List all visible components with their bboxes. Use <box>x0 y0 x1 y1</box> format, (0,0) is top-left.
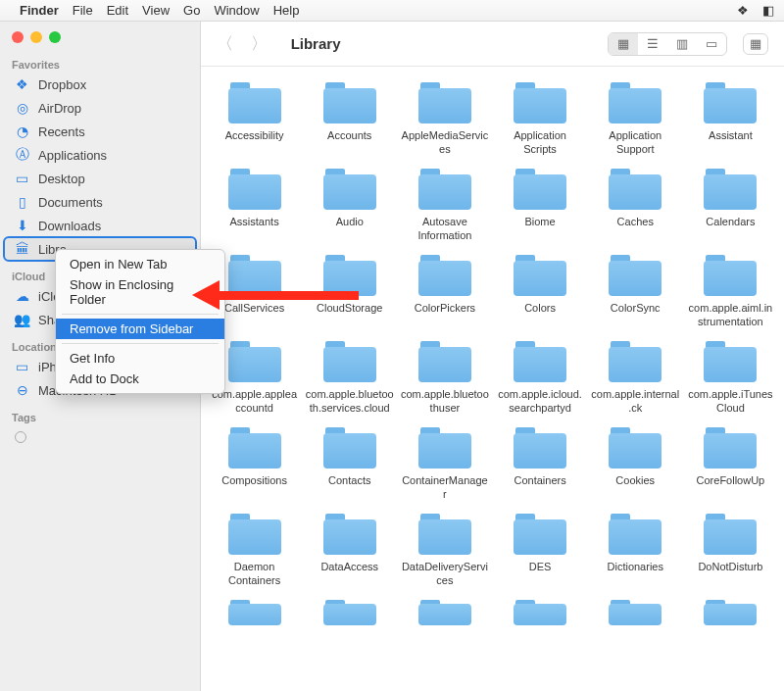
menu-item-add-to-dock[interactable]: Add to Dock <box>56 369 224 389</box>
menu-item-show-in-enclosing-folder[interactable]: Show in Enclosing Folder <box>56 274 224 310</box>
menu-help[interactable]: Help <box>273 3 314 18</box>
menu-item-remove-from-sidebar[interactable]: Remove from Sidebar <box>56 319 224 339</box>
folder-name: com.apple.internal.ck <box>591 388 679 416</box>
menu-separator <box>62 343 219 344</box>
toolbar: 〈 〉 Library ▦ ☰ ▥ ▭ ▦ <box>201 22 784 67</box>
group-by-button[interactable]: ▦ <box>743 33 768 55</box>
dropbox-status-icon[interactable]: ❖ <box>727 3 749 18</box>
folder-item[interactable]: Caches <box>588 167 683 243</box>
column-view-button[interactable]: ▥ <box>667 33 697 55</box>
folder-item[interactable]: Audio <box>302 167 397 243</box>
folder-item[interactable]: DataAccess <box>302 512 397 588</box>
folder-item[interactable]: Biome <box>492 167 587 243</box>
folder-item[interactable] <box>683 598 778 631</box>
folder-item[interactable] <box>302 598 397 631</box>
airdrop-icon: ◎ <box>14 100 30 117</box>
menu-item-open-in-new-tab[interactable]: Open in New Tab <box>56 254 224 274</box>
folder-item[interactable]: Calendars <box>683 167 778 243</box>
folder-icon <box>607 512 663 557</box>
menu-item-get-info[interactable]: Get Info <box>56 348 224 369</box>
folder-icon <box>702 339 759 384</box>
folder-item[interactable]: Application Support <box>588 80 683 157</box>
menu-edit[interactable]: Edit <box>107 3 142 18</box>
menubar-status-area: ❖ ◧ <box>727 3 774 18</box>
folder-icon <box>607 598 663 627</box>
folder-item[interactable]: com.apple.internal.ck <box>588 339 683 416</box>
folder-item[interactable]: DoNotDisturb <box>683 512 778 588</box>
folder-icon <box>702 598 759 627</box>
folder-icon <box>226 253 283 298</box>
folder-item[interactable]: CoreFollowUp <box>683 425 778 502</box>
folder-icon <box>226 512 283 557</box>
menu-view[interactable]: View <box>142 3 183 18</box>
folder-item[interactable] <box>397 598 492 631</box>
folder-item[interactable]: ColorSync <box>588 253 683 329</box>
disk-icon: ⊖ <box>14 382 30 399</box>
folder-item[interactable]: Autosave Information <box>397 167 492 243</box>
folder-name: Assistant <box>709 129 753 157</box>
folder-item[interactable]: com.apple.aiml.instrumentation <box>683 253 778 329</box>
folder-item[interactable]: Containers <box>492 425 587 502</box>
folder-item[interactable] <box>207 598 302 631</box>
sidebar-item-label: Dropbox <box>38 77 86 92</box>
folder-icon <box>416 80 473 125</box>
folder-item[interactable]: DataDeliveryServices <box>397 512 492 588</box>
folder-name: Dictionaries <box>608 561 663 588</box>
folder-item[interactable]: com.apple.bluetooth.services.cloud <box>302 339 397 416</box>
sidebar-item-label: Documents <box>38 195 103 210</box>
folder-item[interactable]: Accounts <box>302 80 397 157</box>
sidebar-item-dropbox[interactable]: ❖Dropbox <box>4 73 196 96</box>
folder-name: Caches <box>617 216 654 243</box>
sidebar-item-downloads[interactable]: ⬇Downloads <box>4 214 196 237</box>
folder-icon <box>416 167 473 212</box>
folder-item[interactable]: Compositions <box>207 425 302 502</box>
folder-item[interactable]: Cookies <box>588 425 683 502</box>
folder-item[interactable]: ColorPickers <box>397 253 492 329</box>
folder-item[interactable]: ContainerManager <box>397 425 492 502</box>
folder-item[interactable]: CloudStorage <box>302 253 397 329</box>
folder-item[interactable]: Assistants <box>207 167 302 243</box>
back-button[interactable]: 〈 <box>217 34 247 53</box>
folder-item[interactable]: Contacts <box>302 425 397 502</box>
menu-window[interactable]: Window <box>214 3 272 18</box>
folder-item[interactable]: Colors <box>492 253 587 329</box>
sidebar-item-applications[interactable]: ⒶApplications <box>4 143 196 167</box>
window-controls <box>0 29 200 55</box>
menu-go[interactable]: Go <box>183 3 214 18</box>
gallery-view-button[interactable]: ▭ <box>697 33 726 55</box>
folder-item[interactable]: com.apple.iTunesCloud <box>683 339 778 416</box>
menu-file[interactable]: File <box>73 3 107 18</box>
folder-icon <box>702 167 759 212</box>
forward-button[interactable]: 〉 <box>251 34 281 53</box>
folder-name: Application Scripts <box>496 129 584 157</box>
folder-item[interactable]: com.apple.bluetoothuser <box>397 339 492 416</box>
status-icon[interactable]: ◧ <box>753 3 774 18</box>
folder-name: com.apple.aiml.instrumentation <box>686 302 774 329</box>
folder-item[interactable]: com.apple.icloud.searchpartyd <box>492 339 587 416</box>
sidebar-item-airdrop[interactable]: ◎AirDrop <box>4 96 196 120</box>
folder-item[interactable]: Dictionaries <box>588 512 683 588</box>
app-name[interactable]: Finder <box>20 3 73 18</box>
folder-name: Daemon Containers <box>211 561 299 588</box>
folder-icon <box>512 339 568 384</box>
icon-view-button[interactable]: ▦ <box>609 33 638 55</box>
folder-item[interactable]: AppleMediaServices <box>397 80 492 157</box>
sidebar-item-documents[interactable]: ▯Documents <box>4 190 196 214</box>
folder-item[interactable] <box>588 598 683 631</box>
zoom-button[interactable] <box>49 31 61 43</box>
folder-item[interactable]: DES <box>492 512 587 588</box>
minimize-button[interactable] <box>30 31 42 43</box>
folder-name: Biome <box>524 216 555 243</box>
menu-separator <box>62 314 219 315</box>
folder-item[interactable]: Accessibility <box>207 80 302 157</box>
sidebar-item-desktop[interactable]: ▭Desktop <box>4 167 196 190</box>
sidebar-item-recents[interactable]: ◔Recents <box>4 120 196 143</box>
folder-item[interactable]: Daemon Containers <box>207 512 302 588</box>
list-view-button[interactable]: ☰ <box>638 33 667 55</box>
sidebar-tag-placeholder[interactable] <box>4 425 196 449</box>
folder-item[interactable]: Application Scripts <box>492 80 587 157</box>
folder-icon <box>512 598 568 627</box>
close-button[interactable] <box>12 31 24 43</box>
folder-item[interactable] <box>492 598 587 631</box>
folder-item[interactable]: Assistant <box>683 80 778 157</box>
